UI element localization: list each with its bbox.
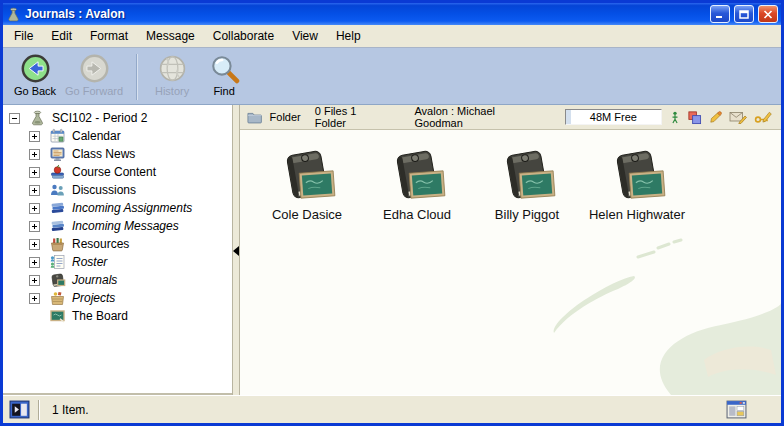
folder-type-label: Folder xyxy=(270,111,301,123)
go-back-button[interactable]: Go Back xyxy=(9,52,61,97)
tree-item-resources[interactable]: Resources xyxy=(3,235,232,253)
tree-item-incoming-messages[interactable]: Incoming Messages xyxy=(3,217,232,235)
expand-box-icon[interactable] xyxy=(29,149,40,160)
tree-item-incoming-assignments[interactable]: Incoming Assignments xyxy=(3,199,232,217)
history-label: History xyxy=(155,85,189,97)
journal-item-cole-dasice[interactable]: Cole Dasice xyxy=(252,146,362,222)
journal-book-icon xyxy=(608,146,666,204)
menu-collaborate[interactable]: Collaborate xyxy=(204,25,283,47)
main-area: SCI102 - Period 2 Calendar Class News Co… xyxy=(3,105,781,395)
maximize-icon xyxy=(739,10,749,19)
find-button[interactable]: Find xyxy=(198,52,250,97)
menu-view[interactable]: View xyxy=(283,25,327,47)
go-forward-label: Go Forward xyxy=(65,85,123,97)
free-space-label: 48M Free xyxy=(590,111,637,123)
minimize-button[interactable] xyxy=(710,5,730,23)
window-title: Journals : Avalon xyxy=(25,7,706,21)
tree-label: Resources xyxy=(72,237,129,251)
journal-item-edha-cloud[interactable]: Edha Cloud xyxy=(362,146,472,222)
app-window: Journals : Avalon File Edit Format Messa… xyxy=(0,0,784,426)
menu-edit[interactable]: Edit xyxy=(42,25,81,47)
journal-name: Edha Cloud xyxy=(383,207,451,222)
expand-box-icon[interactable] xyxy=(29,185,40,196)
news-icon xyxy=(49,146,66,162)
expand-box-icon[interactable] xyxy=(29,131,40,142)
history-button[interactable]: History xyxy=(146,52,198,97)
journal-name: Billy Piggot xyxy=(495,207,559,222)
menu-format[interactable]: Format xyxy=(81,25,137,47)
tree-item-class-news[interactable]: Class News xyxy=(3,145,232,163)
tree-label: Incoming Assignments xyxy=(72,201,192,215)
layout-button[interactable] xyxy=(726,400,747,419)
tree-label: Course Content xyxy=(72,165,156,179)
close-icon xyxy=(763,10,773,19)
menu-help[interactable]: Help xyxy=(327,25,370,47)
assignments-icon xyxy=(49,200,66,216)
expand-box-icon[interactable] xyxy=(29,293,40,304)
tree-item-the-board[interactable]: The Board xyxy=(3,307,232,325)
expand-box-icon[interactable] xyxy=(29,239,40,250)
flask-icon xyxy=(29,110,46,126)
expand-box-icon[interactable] xyxy=(29,257,40,268)
journal-name: Cole Dasice xyxy=(272,207,342,222)
go-back-label: Go Back xyxy=(14,85,56,97)
tree-item-discussions[interactable]: Discussions xyxy=(3,181,232,199)
tree-item-sci102[interactable]: SCI102 - Period 2 xyxy=(3,109,232,127)
projects-icon xyxy=(49,290,66,306)
folder-icon xyxy=(247,111,262,124)
course-tree: SCI102 - Period 2 Calendar Class News Co… xyxy=(3,105,232,395)
journal-book-icon xyxy=(498,146,556,204)
expand-box-icon[interactable] xyxy=(29,203,40,214)
maximize-button[interactable] xyxy=(734,5,754,23)
board-icon xyxy=(49,308,66,324)
app-flask-icon xyxy=(6,7,21,22)
tree-item-calendar[interactable]: Calendar xyxy=(3,127,232,145)
find-magnifier-icon xyxy=(209,53,240,84)
collapse-box-icon[interactable] xyxy=(9,113,20,124)
menu-message[interactable]: Message xyxy=(137,25,204,47)
minimize-icon xyxy=(715,10,725,19)
tree-label: Calendar xyxy=(72,129,121,143)
title-bar[interactable]: Journals : Avalon xyxy=(3,3,781,25)
account-label: Avalon : Michael Goodman xyxy=(414,105,542,129)
key-pencil-icon[interactable] xyxy=(754,110,772,124)
tree-label: The Board xyxy=(72,309,128,323)
mail-compose-icon[interactable] xyxy=(729,110,747,124)
panel-splitter[interactable] xyxy=(232,105,240,395)
collapse-panel-icon[interactable] xyxy=(233,246,239,256)
journals-icon xyxy=(49,272,66,288)
go-forward-icon xyxy=(79,53,110,84)
tree-item-projects[interactable]: Projects xyxy=(3,289,232,307)
toolbar: Go Back Go Forward History xyxy=(3,48,781,105)
menu-file[interactable]: File xyxy=(5,25,42,47)
header-icon-group xyxy=(670,110,774,125)
status-bar: 1 Item. xyxy=(3,395,781,423)
tree-item-course-content[interactable]: Course Content xyxy=(3,163,232,181)
messages-icon xyxy=(49,218,66,234)
free-space-indicator: 48M Free xyxy=(565,109,662,125)
windows-icon[interactable] xyxy=(687,110,702,125)
journal-item-billy-piggot[interactable]: Billy Piggot xyxy=(472,146,582,222)
expand-box-icon[interactable] xyxy=(29,221,40,232)
tree-label: Incoming Messages xyxy=(72,219,179,233)
expand-box-icon[interactable] xyxy=(29,275,40,286)
go-back-icon xyxy=(20,53,51,84)
status-separator xyxy=(38,400,40,420)
journal-items-row: Cole Dasice Edha Cloud Billy Piggot Hele… xyxy=(240,130,781,222)
tree-label: Class News xyxy=(72,147,135,161)
expand-box-icon[interactable] xyxy=(29,167,40,178)
tree-item-roster[interactable]: Roster xyxy=(3,253,232,271)
person-icon[interactable] xyxy=(670,110,680,125)
close-button[interactable] xyxy=(758,5,778,23)
item-count-label: 1 Item. xyxy=(52,403,89,417)
panel-toggle-icon[interactable] xyxy=(9,400,30,419)
journal-book-icon xyxy=(388,146,446,204)
journal-book-icon xyxy=(278,146,336,204)
journal-item-helen-highwater[interactable]: Helen Highwater xyxy=(582,146,692,222)
go-forward-button[interactable]: Go Forward xyxy=(61,52,127,97)
pencil-icon[interactable] xyxy=(709,110,722,125)
tree-item-journals[interactable]: Journals xyxy=(3,271,232,289)
journal-name: Helen Highwater xyxy=(589,207,685,222)
history-globe-icon xyxy=(157,53,188,84)
course-content-icon xyxy=(49,164,66,180)
